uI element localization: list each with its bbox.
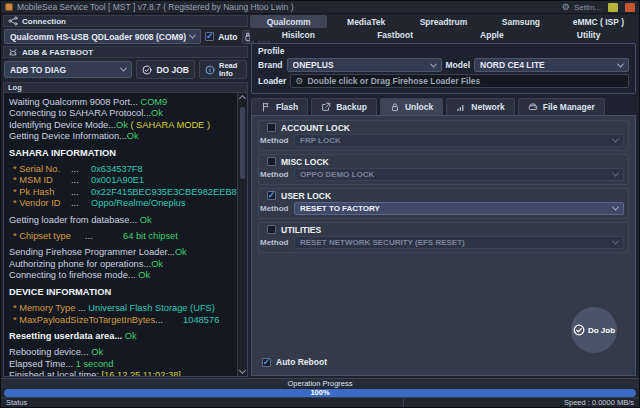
- log-line: Authorizing phone for operations...Ok: [9, 259, 235, 270]
- tab-utility[interactable]: Utility: [540, 28, 637, 41]
- log-segment: * MSM ID: [13, 175, 71, 186]
- log-segment: Getting loader from database...: [9, 215, 140, 225]
- log-line: DEVICE INFORMATION: [9, 287, 235, 298]
- brand-select-value: ONEPLUS: [293, 60, 427, 70]
- log-segment: Connecting to SAHARA Protocol...: [9, 108, 151, 118]
- do-job-button[interactable]: Do Job: [571, 307, 617, 353]
- log-scrollbar[interactable]: [237, 93, 247, 376]
- log-line: * Memory Type ... Universal Flash Storag…: [9, 303, 235, 314]
- log-line: Finished at local time: [16.12.25 11:02:…: [9, 370, 235, 377]
- account-lock-checkbox[interactable]: ✓: [267, 123, 276, 132]
- method-row: MethodFRP LOCK: [263, 134, 624, 147]
- lock-section-label: MISC LOCK: [281, 157, 329, 167]
- android-icon: [8, 47, 18, 57]
- tab-samsung[interactable]: Samsung: [482, 15, 559, 28]
- adb-do-job-button[interactable]: DO JOB: [136, 60, 195, 79]
- scrollbar-thumb[interactable]: [240, 107, 245, 179]
- tab-hisilcon[interactable]: Hisilcon: [250, 28, 347, 41]
- log-line: Identifying Device Mode...Ok ( SAHARA MO…: [9, 120, 235, 131]
- status-label: Status: [1, 398, 404, 407]
- log-body: Waiting Qualcomm 9008 Port... COM9Connec…: [3, 93, 248, 377]
- method-label: Method: [260, 238, 290, 247]
- tab-emmc-isp[interactable]: eMMC ( ISP ): [560, 15, 637, 28]
- chevron-down-icon: [612, 170, 619, 177]
- account-lock-method-select: FRP LOCK: [294, 134, 624, 147]
- log-segment: Elapsed Time...: [9, 359, 76, 369]
- speed-label: Speed : 0.0000 MB/s: [404, 398, 639, 407]
- log-segment: SAHARA INFORMATION: [9, 148, 116, 158]
- log-header: Log: [3, 82, 248, 93]
- chevron-down-icon: [429, 60, 436, 67]
- log-segment: 1048576: [183, 315, 219, 325]
- log-line: Getting Device Information...Ok: [9, 131, 235, 142]
- subtab-flash[interactable]: Flash: [251, 98, 308, 115]
- log-segment: Ok: [138, 270, 150, 280]
- log-segment: 64 bit chipset: [123, 231, 178, 241]
- subtab-file-manager[interactable]: File Manager: [518, 98, 605, 115]
- auto-reboot-checkbox[interactable]: ✓: [262, 358, 271, 367]
- read-info-button[interactable]: Read Info: [199, 60, 247, 79]
- auto-reboot-label: Auto Reboot: [276, 357, 327, 367]
- adb-mode-value: ADB TO DIAG: [10, 65, 117, 75]
- flag-icon: [261, 102, 271, 112]
- user-lock-checkbox[interactable]: ✓: [267, 191, 276, 200]
- log-line: Getting loader from database... Ok: [9, 215, 235, 226]
- brand-select[interactable]: ONEPLUS: [287, 58, 442, 72]
- minimize-button[interactable]: [608, 3, 618, 12]
- log-segment: Ok: [127, 131, 139, 141]
- user-lock-method-select[interactable]: RESET TO FACTORY: [294, 202, 624, 215]
- subtab-label: Unlock: [405, 102, 433, 112]
- tab-fastboot[interactable]: Fastboot: [347, 28, 444, 41]
- log-line: Rebooting device... Ok: [9, 347, 235, 358]
- tab-mediatek[interactable]: MediaTek: [327, 15, 404, 28]
- utilities-method-select: RESET NETWORK SECURITY (EFS RESET): [294, 236, 624, 249]
- log-segment: Identifying Device Mode...: [9, 120, 116, 130]
- log-segment: [16.12.25 11:02:38]: [102, 370, 181, 377]
- tab-qualcomm[interactable]: Qualcomm: [250, 15, 327, 28]
- log-line: SAHARA INFORMATION: [9, 148, 235, 159]
- port-select[interactable]: Qualcomm HS-USB QDLoader 9008 (COM9): [4, 29, 201, 44]
- footer: Operation Progress 100% Status Speed : 0…: [1, 378, 639, 407]
- log-segment: COM9: [140, 97, 167, 107]
- settings-button[interactable]: Settin...: [574, 3, 601, 12]
- log-segment: ...: [78, 303, 88, 313]
- function-subtabs: FlashBackupUnlockNetworkFile Manager: [251, 98, 636, 115]
- right-column: QualcommMediaTekSpreadtrumSamsungeMMC ( …: [249, 14, 639, 378]
- connection-header-label: Connection: [22, 17, 66, 26]
- auto-checkbox[interactable]: ✓: [205, 32, 214, 41]
- subtab-label: File Manager: [543, 102, 595, 112]
- platform-tabs-row2: HisilconFastbootAppleUtility: [250, 28, 637, 41]
- lock-section-title-row: ✓USER LOCK: [263, 190, 624, 201]
- close-button[interactable]: [625, 3, 635, 12]
- log-segment: * Memory Type: [13, 303, 78, 313]
- lock-section-title-row: ✓UTILITIES: [263, 224, 624, 235]
- tab-apple[interactable]: Apple: [444, 28, 541, 41]
- settings-gear-icon[interactable]: ⚙: [562, 3, 570, 12]
- loader-input[interactable]: ⚙ Double click or Drag Firehose Loader F…: [290, 74, 629, 88]
- model-select-value: NORD CE4 LITE: [480, 60, 614, 70]
- log-segment: ...: [155, 315, 183, 326]
- log-segment: Ok: [91, 347, 103, 357]
- subtab-backup[interactable]: Backup: [311, 98, 377, 115]
- app-logo-icon: [5, 3, 13, 11]
- subtab-network[interactable]: Network: [446, 98, 515, 115]
- log-segment: Ok: [175, 247, 187, 257]
- utilities-checkbox[interactable]: ✓: [267, 225, 276, 234]
- log-line: * MSM ID...0x001A90E1: [9, 175, 235, 186]
- misc-lock-checkbox[interactable]: ✓: [267, 157, 276, 166]
- scrollbar-up-icon[interactable]: [239, 95, 246, 102]
- info-circle-icon: [205, 65, 215, 75]
- log-segment: * Vendor ID: [13, 198, 71, 209]
- adb-mode-select[interactable]: ADB TO DIAG: [4, 61, 132, 78]
- model-select[interactable]: NORD CE4 LITE: [474, 58, 629, 72]
- log-line: * MaxPayloadSizeToTargetInBytes...104857…: [9, 315, 235, 326]
- lock-section-account-lock: ✓ACCOUNT LOCKMethodFRP LOCK: [258, 120, 629, 151]
- subtab-unlock[interactable]: Unlock: [380, 98, 443, 115]
- method-label: Method: [260, 204, 290, 213]
- port-select-value: Qualcomm HS-USB QDLoader 9008 (COM9): [10, 32, 186, 42]
- scrollbar-down-icon[interactable]: [239, 367, 246, 374]
- log-segment: * Pk Hash: [13, 187, 71, 198]
- log-line: Connecting to firehose mode... Ok: [9, 270, 235, 281]
- tab-spreadtrum[interactable]: Spreadtrum: [405, 15, 482, 28]
- chevron-down-icon: [612, 136, 619, 143]
